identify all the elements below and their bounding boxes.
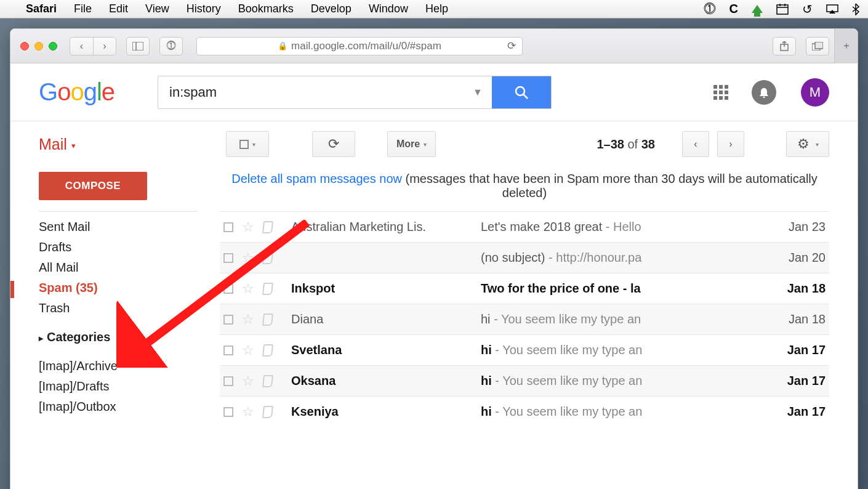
status-c-icon[interactable]: C xyxy=(729,2,738,16)
status-bluetooth-icon[interactable] xyxy=(852,3,859,15)
mail-dropdown[interactable]: Mail ▾ xyxy=(39,135,76,153)
email-row[interactable]: ☆Kseniyahi - You seem like my type anJan… xyxy=(220,396,829,427)
row-checkbox[interactable] xyxy=(223,284,233,294)
status-airplay-icon[interactable] xyxy=(826,4,838,14)
svg-rect-6 xyxy=(132,42,143,51)
search-input[interactable] xyxy=(158,76,464,108)
star-icon[interactable]: ☆ xyxy=(242,404,254,420)
row-checkbox[interactable] xyxy=(223,315,233,325)
reload-icon[interactable]: ⟳ xyxy=(507,39,516,52)
date: Jan 20 xyxy=(768,251,829,265)
search-options-dropdown[interactable]: ▼ xyxy=(464,76,492,108)
sender: Australian Marketing Lis. xyxy=(281,220,472,234)
sender: Inkspot xyxy=(281,281,472,296)
prev-page-button[interactable]: ‹ xyxy=(682,131,709,157)
star-icon[interactable]: ☆ xyxy=(242,342,254,358)
menu-file[interactable]: File xyxy=(74,2,92,15)
share-button[interactable] xyxy=(773,37,796,55)
sidebar-item-drafts[interactable]: Drafts xyxy=(39,237,220,257)
row-checkbox[interactable] xyxy=(223,346,233,355)
menu-bookmarks[interactable]: Bookmarks xyxy=(238,2,294,15)
star-icon[interactable]: ☆ xyxy=(242,219,254,235)
date: Jan 23 xyxy=(768,220,829,234)
window-minimize-button[interactable] xyxy=(34,42,43,51)
google-logo[interactable]: Google xyxy=(39,78,115,106)
sidebar-item-categories[interactable]: Categories xyxy=(39,327,220,347)
account-avatar[interactable]: M xyxy=(801,78,829,107)
select-all-button[interactable]: ▾ xyxy=(226,131,269,157)
sidebar-item-imap-outbox[interactable]: [Imap]/Outbox xyxy=(39,397,220,417)
menu-window[interactable]: Window xyxy=(369,2,408,15)
macos-menubar: Safari File Edit View History Bookmarks … xyxy=(0,0,868,18)
row-checkbox[interactable] xyxy=(223,253,233,263)
sidebar-item-sent-mail[interactable]: Sent Mail xyxy=(39,217,220,237)
nav-back-button[interactable]: ‹ xyxy=(70,37,93,55)
tabs-button[interactable] xyxy=(806,37,829,55)
row-checkbox[interactable] xyxy=(223,407,233,417)
star-icon[interactable]: ☆ xyxy=(242,312,254,328)
menubar-app-name[interactable]: Safari xyxy=(26,2,57,15)
nav-forward-button[interactable]: › xyxy=(93,37,116,55)
sender: Diana xyxy=(281,312,472,326)
email-row[interactable]: ☆Dianahi - You seem like my type anJan 1… xyxy=(220,304,829,334)
status-1password-icon[interactable]: ⓵ xyxy=(704,2,716,16)
label-icon[interactable] xyxy=(262,252,273,264)
label-icon[interactable] xyxy=(262,221,273,233)
label-icon[interactable] xyxy=(262,313,273,326)
menu-view[interactable]: View xyxy=(145,2,169,15)
email-row[interactable]: ☆InkspotTwo for the price of one - laJan… xyxy=(220,273,829,304)
menu-help[interactable]: Help xyxy=(425,2,448,15)
label-icon[interactable] xyxy=(262,406,273,418)
menu-edit[interactable]: Edit xyxy=(109,2,128,15)
next-page-button[interactable]: › xyxy=(717,131,744,157)
new-tab-button[interactable]: ＋ xyxy=(834,29,858,63)
row-checkbox[interactable] xyxy=(223,376,233,386)
date: Jan 17 xyxy=(768,405,829,419)
label-icon[interactable] xyxy=(262,283,273,295)
menu-history[interactable]: History xyxy=(187,2,221,15)
more-button[interactable]: More▾ xyxy=(387,131,436,157)
status-calendar-icon[interactable] xyxy=(776,3,789,15)
star-icon[interactable]: ☆ xyxy=(242,373,254,389)
address-bar[interactable]: 🔒 mail.google.com/mail/u/0/#spam ⟳ xyxy=(196,37,523,55)
spam-notice: Delete all spam messages now (messages t… xyxy=(220,167,829,211)
pagination-text: 1–38 of 38 xyxy=(597,137,655,152)
sidebar-item-imap-archive[interactable]: [Imap]/Archive xyxy=(39,356,220,376)
settings-button[interactable]: ⚙▾ xyxy=(786,131,829,157)
star-icon[interactable]: ☆ xyxy=(242,250,254,266)
email-row[interactable]: ☆Svetlanahi - You seem like my type anJa… xyxy=(220,334,829,365)
email-row[interactable]: ☆Oksanahi - You seem like my type anJan … xyxy=(220,365,829,396)
sidebar-toggle-button[interactable] xyxy=(126,37,150,55)
search-button[interactable] xyxy=(492,76,551,108)
compose-button[interactable]: COMPOSE xyxy=(39,172,147,200)
date: Jan 18 xyxy=(768,281,829,296)
url-text: mail.google.com/mail/u/0/#spam xyxy=(291,40,441,52)
window-zoom-button[interactable] xyxy=(49,42,57,51)
refresh-button[interactable]: ⟳ xyxy=(312,131,355,157)
notifications-icon[interactable] xyxy=(752,80,776,105)
subject: hi - You seem like my type an xyxy=(481,405,759,419)
status-house-icon[interactable] xyxy=(752,5,763,13)
mail-toolbar: Mail ▾ ▾ ⟳ More▾ 1–38 of 38 ‹ › ⚙▾ xyxy=(10,121,858,167)
label-icon[interactable] xyxy=(262,344,273,357)
delete-all-spam-link[interactable]: Delete all spam messages now xyxy=(231,172,402,185)
subject: hi - You seem like my type an xyxy=(481,312,759,326)
sidebar-item-all-mail[interactable]: All Mail xyxy=(39,257,220,278)
email-row[interactable]: ☆Australian Marketing Lis.Let's make 201… xyxy=(220,211,829,242)
lock-icon: 🔒 xyxy=(278,41,287,51)
search-box: ▼ xyxy=(158,76,552,109)
safari-window: ‹ › ⓵ 🔒 mail.google.com/mail/u/0/#spam ⟳… xyxy=(10,28,858,489)
star-icon[interactable]: ☆ xyxy=(242,281,254,297)
sidebar-item-trash[interactable]: Trash xyxy=(39,298,220,318)
sidebar-item-imap-drafts[interactable]: [Imap]/Drafts xyxy=(39,376,220,397)
google-apps-icon[interactable] xyxy=(713,85,728,100)
subject: hi - You seem like my type an xyxy=(481,374,759,388)
menu-develop[interactable]: Develop xyxy=(311,2,352,15)
row-checkbox[interactable] xyxy=(223,222,233,232)
sidebar-item-spam-35[interactable]: Spam (35) xyxy=(39,278,220,298)
status-timemachine-icon[interactable]: ↺ xyxy=(802,2,813,17)
window-close-button[interactable] xyxy=(20,42,29,51)
email-row[interactable]: ☆(no subject) - http://honour.paJan 20 xyxy=(220,242,829,273)
extension-1password-button[interactable]: ⓵ xyxy=(159,37,183,55)
label-icon[interactable] xyxy=(262,375,273,387)
